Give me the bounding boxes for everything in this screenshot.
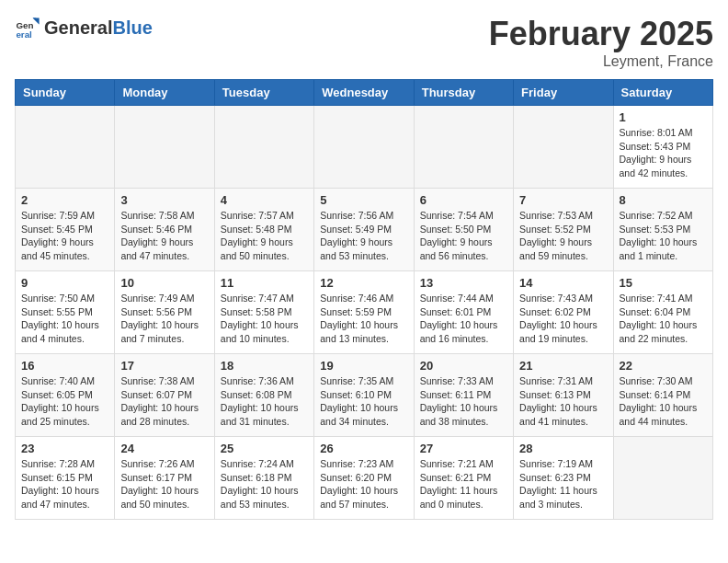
weekday-header-sunday: Sunday [16,80,115,106]
day-info: Sunrise: 7:43 AM Sunset: 6:02 PM Dayligh… [519,292,607,346]
day-info: Sunrise: 7:36 AM Sunset: 6:08 PM Dayligh… [221,374,308,429]
day-number: 11 [221,276,308,290]
day-info: Sunrise: 7:47 AM Sunset: 5:58 PM Dayligh… [221,292,308,346]
weekday-header-row: SundayMondayTuesdayWednesdayThursdayFrid… [16,80,713,106]
day-number: 15 [620,276,707,290]
day-cell [514,106,613,189]
day-info: Sunrise: 7:57 AM Sunset: 5:48 PM Dayligh… [221,209,308,263]
day-info: Sunrise: 7:50 AM Sunset: 5:55 PM Dayligh… [21,292,108,346]
day-number: 28 [519,442,607,455]
day-cell: 27Sunrise: 7:21 AM Sunset: 6:21 PM Dayli… [414,437,513,520]
day-info: Sunrise: 7:53 AM Sunset: 5:52 PM Dayligh… [519,209,607,263]
day-cell: 17Sunrise: 7:38 AM Sunset: 6:07 PM Dayli… [115,354,214,437]
day-number: 23 [21,442,108,455]
day-number: 4 [221,193,308,207]
weekday-header-saturday: Saturday [613,80,712,106]
day-cell: 1Sunrise: 8:01 AM Sunset: 5:43 PM Daylig… [613,106,712,189]
day-info: Sunrise: 7:46 AM Sunset: 5:59 PM Dayligh… [320,292,407,346]
day-cell: 26Sunrise: 7:23 AM Sunset: 6:20 PM Dayli… [314,437,414,520]
logo-general: General [44,17,112,38]
day-info: Sunrise: 7:58 AM Sunset: 5:46 PM Dayligh… [120,209,208,263]
day-cell: 25Sunrise: 7:24 AM Sunset: 6:18 PM Dayli… [214,437,313,520]
day-cell: 19Sunrise: 7:35 AM Sunset: 6:10 PM Dayli… [314,354,414,437]
day-info: Sunrise: 7:44 AM Sunset: 6:01 PM Dayligh… [420,292,507,346]
day-info: Sunrise: 7:35 AM Sunset: 6:10 PM Dayligh… [320,374,407,429]
day-cell: 15Sunrise: 7:41 AM Sunset: 6:04 PM Dayli… [613,271,712,354]
day-info: Sunrise: 7:30 AM Sunset: 6:14 PM Dayligh… [620,374,707,429]
day-cell: 4Sunrise: 7:57 AM Sunset: 5:48 PM Daylig… [214,189,313,271]
day-number: 13 [420,276,507,290]
logo-icon: Gen eral [15,15,40,40]
day-number: 10 [120,276,208,290]
day-number: 6 [420,193,507,207]
week-row-3: 9Sunrise: 7:50 AM Sunset: 5:55 PM Daylig… [16,271,713,354]
day-info: Sunrise: 7:52 AM Sunset: 5:53 PM Dayligh… [620,209,707,263]
day-number: 17 [120,359,208,373]
day-info: Sunrise: 7:33 AM Sunset: 6:11 PM Dayligh… [420,374,507,429]
day-number: 2 [21,193,108,207]
day-number: 18 [221,359,308,373]
day-number: 3 [120,193,208,207]
day-number: 7 [519,193,607,207]
day-number: 24 [120,442,208,455]
day-info: Sunrise: 7:31 AM Sunset: 6:13 PM Dayligh… [519,374,607,429]
day-number: 5 [320,193,407,207]
calendar-table: SundayMondayTuesdayWednesdayThursdayFrid… [15,79,713,520]
day-number: 19 [320,359,407,373]
day-number: 14 [519,276,607,290]
month-title: February 2025 [489,15,713,53]
weekday-header-thursday: Thursday [414,80,513,106]
day-cell: 16Sunrise: 7:40 AM Sunset: 6:05 PM Dayli… [16,354,115,437]
day-cell: 22Sunrise: 7:30 AM Sunset: 6:14 PM Dayli… [613,354,712,437]
day-cell: 18Sunrise: 7:36 AM Sunset: 6:08 PM Dayli… [214,354,313,437]
day-info: Sunrise: 7:49 AM Sunset: 5:56 PM Dayligh… [120,292,208,346]
day-cell: 10Sunrise: 7:49 AM Sunset: 5:56 PM Dayli… [115,271,214,354]
day-cell: 13Sunrise: 7:44 AM Sunset: 6:01 PM Dayli… [414,271,513,354]
day-number: 16 [21,359,108,373]
day-cell: 9Sunrise: 7:50 AM Sunset: 5:55 PM Daylig… [16,271,115,354]
day-info: Sunrise: 7:41 AM Sunset: 6:04 PM Dayligh… [620,292,707,346]
day-cell: 2Sunrise: 7:59 AM Sunset: 5:45 PM Daylig… [16,189,115,271]
day-cell [115,106,214,189]
day-number: 1 [620,110,707,124]
title-block: February 2025 Leyment, France [489,15,713,70]
day-number: 20 [420,359,507,373]
weekday-header-friday: Friday [514,80,613,106]
week-row-4: 16Sunrise: 7:40 AM Sunset: 6:05 PM Dayli… [16,354,713,437]
day-number: 22 [620,359,707,373]
day-number: 9 [21,276,108,290]
weekday-header-wednesday: Wednesday [314,80,414,106]
day-cell: 23Sunrise: 7:28 AM Sunset: 6:15 PM Dayli… [16,437,115,520]
day-info: Sunrise: 7:28 AM Sunset: 6:15 PM Dayligh… [21,457,108,511]
logo-blue: Blue [112,17,152,38]
day-number: 25 [221,442,308,455]
day-cell [613,437,712,520]
day-info: Sunrise: 7:38 AM Sunset: 6:07 PM Dayligh… [120,374,208,429]
week-row-1: 1Sunrise: 8:01 AM Sunset: 5:43 PM Daylig… [16,106,713,189]
day-number: 21 [519,359,607,373]
day-info: Sunrise: 7:54 AM Sunset: 5:50 PM Dayligh… [420,209,507,263]
day-cell: 12Sunrise: 7:46 AM Sunset: 5:59 PM Dayli… [314,271,414,354]
week-row-2: 2Sunrise: 7:59 AM Sunset: 5:45 PM Daylig… [16,189,713,271]
day-info: Sunrise: 7:59 AM Sunset: 5:45 PM Dayligh… [21,209,108,263]
day-info: Sunrise: 7:26 AM Sunset: 6:17 PM Dayligh… [120,457,208,511]
day-number: 8 [620,193,707,207]
day-cell [16,106,115,189]
day-cell: 20Sunrise: 7:33 AM Sunset: 6:11 PM Dayli… [414,354,513,437]
day-cell [214,106,313,189]
day-info: Sunrise: 7:24 AM Sunset: 6:18 PM Dayligh… [221,457,308,511]
weekday-header-monday: Monday [115,80,214,106]
day-cell: 28Sunrise: 7:19 AM Sunset: 6:23 PM Dayli… [514,437,613,520]
location-title: Leyment, France [489,53,713,70]
weekday-header-tuesday: Tuesday [214,80,313,106]
day-number: 27 [420,442,507,455]
logo-text: GeneralBlue [44,18,153,37]
page-header: Gen eral GeneralBlue February 2025 Leyme… [15,15,713,70]
day-cell: 11Sunrise: 7:47 AM Sunset: 5:58 PM Dayli… [214,271,313,354]
svg-marker-3 [33,18,40,25]
day-number: 26 [320,442,407,455]
day-info: Sunrise: 7:40 AM Sunset: 6:05 PM Dayligh… [21,374,108,429]
day-info: Sunrise: 8:01 AM Sunset: 5:43 PM Dayligh… [620,126,707,180]
day-cell [314,106,414,189]
day-info: Sunrise: 7:23 AM Sunset: 6:20 PM Dayligh… [320,457,407,511]
